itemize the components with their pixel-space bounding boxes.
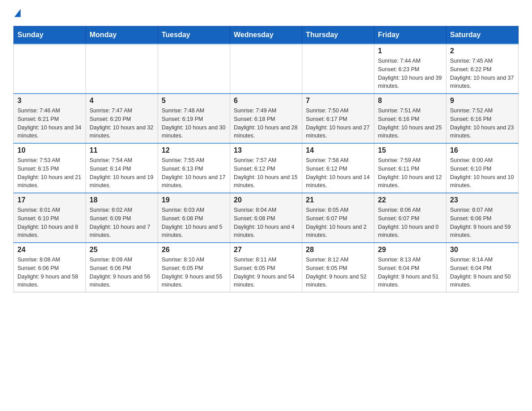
day-number: 4 (90, 97, 154, 105)
day-number: 3 (17, 97, 82, 105)
day-number: 5 (162, 97, 226, 105)
calendar-cell (14, 44, 86, 94)
calendar-cell: 3Sunrise: 7:46 AMSunset: 6:21 PMDaylight… (14, 94, 86, 143)
calendar-cell: 2Sunrise: 7:45 AMSunset: 6:22 PMDaylight… (446, 44, 519, 94)
day-info: Sunrise: 7:55 AMSunset: 6:13 PMDaylight:… (162, 156, 226, 190)
week-row-0: 1Sunrise: 7:44 AMSunset: 6:23 PMDaylight… (14, 44, 519, 94)
day-info: Sunrise: 8:04 AMSunset: 6:08 PMDaylight:… (234, 206, 298, 240)
day-number: 23 (450, 196, 515, 204)
calendar-cell: 12Sunrise: 7:55 AMSunset: 6:13 PMDayligh… (158, 143, 230, 193)
day-info: Sunrise: 7:52 AMSunset: 6:16 PMDaylight:… (450, 107, 515, 140)
day-info: Sunrise: 8:02 AMSunset: 6:09 PMDaylight:… (90, 206, 154, 240)
calendar-cell: 11Sunrise: 7:54 AMSunset: 6:14 PMDayligh… (86, 143, 158, 193)
calendar-cell: 18Sunrise: 8:02 AMSunset: 6:09 PMDayligh… (86, 193, 158, 243)
day-number: 16 (450, 146, 515, 154)
day-number: 12 (162, 146, 226, 154)
day-info: Sunrise: 8:13 AMSunset: 6:04 PMDaylight:… (378, 256, 442, 289)
header-thursday: Thursday (302, 26, 374, 44)
calendar-cell (302, 44, 374, 94)
day-number: 22 (378, 196, 442, 204)
day-info: Sunrise: 8:10 AMSunset: 6:05 PMDaylight:… (162, 256, 226, 289)
day-number: 2 (450, 47, 515, 55)
calendar-cell: 20Sunrise: 8:04 AMSunset: 6:08 PMDayligh… (230, 193, 302, 243)
day-number: 11 (90, 146, 154, 154)
header-monday: Monday (86, 26, 158, 44)
header-saturday: Saturday (446, 26, 519, 44)
calendar-cell: 4Sunrise: 7:47 AMSunset: 6:20 PMDaylight… (86, 94, 158, 143)
day-number: 1 (378, 47, 442, 55)
day-info: Sunrise: 8:08 AMSunset: 6:06 PMDaylight:… (17, 256, 82, 289)
logo-text (13, 9, 21, 17)
day-info: Sunrise: 8:03 AMSunset: 6:08 PMDaylight:… (162, 206, 226, 240)
page-header (13, 9, 519, 17)
day-info: Sunrise: 8:01 AMSunset: 6:10 PMDaylight:… (17, 206, 82, 240)
header-wednesday: Wednesday (230, 26, 302, 44)
day-number: 28 (306, 246, 370, 254)
day-info: Sunrise: 8:11 AMSunset: 6:05 PMDaylight:… (234, 256, 298, 289)
calendar-cell: 16Sunrise: 8:00 AMSunset: 6:10 PMDayligh… (446, 143, 519, 193)
logo-triangle-icon (14, 9, 21, 17)
day-info: Sunrise: 8:09 AMSunset: 6:06 PMDaylight:… (90, 256, 154, 289)
calendar-cell: 14Sunrise: 7:58 AMSunset: 6:12 PMDayligh… (302, 143, 374, 193)
day-number: 10 (17, 146, 82, 154)
day-number: 21 (306, 196, 370, 204)
calendar-cell (158, 44, 230, 94)
week-row-2: 10Sunrise: 7:53 AMSunset: 6:15 PMDayligh… (14, 143, 519, 193)
calendar-cell: 13Sunrise: 7:57 AMSunset: 6:12 PMDayligh… (230, 143, 302, 193)
week-row-4: 24Sunrise: 8:08 AMSunset: 6:06 PMDayligh… (14, 243, 519, 292)
day-info: Sunrise: 7:46 AMSunset: 6:21 PMDaylight:… (17, 107, 82, 140)
week-row-1: 3Sunrise: 7:46 AMSunset: 6:21 PMDaylight… (14, 94, 519, 143)
calendar-cell: 21Sunrise: 8:05 AMSunset: 6:07 PMDayligh… (302, 193, 374, 243)
calendar-cell: 30Sunrise: 8:14 AMSunset: 6:04 PMDayligh… (446, 243, 519, 292)
day-info: Sunrise: 7:58 AMSunset: 6:12 PMDaylight:… (306, 156, 370, 190)
day-info: Sunrise: 8:00 AMSunset: 6:10 PMDaylight:… (450, 156, 515, 190)
logo (13, 9, 21, 17)
calendar-cell: 7Sunrise: 7:50 AMSunset: 6:17 PMDaylight… (302, 94, 374, 143)
calendar-cell: 28Sunrise: 8:12 AMSunset: 6:05 PMDayligh… (302, 243, 374, 292)
header-sunday: Sunday (14, 26, 86, 44)
day-number: 8 (378, 97, 442, 105)
day-number: 29 (378, 246, 442, 254)
day-info: Sunrise: 7:57 AMSunset: 6:12 PMDaylight:… (234, 156, 298, 190)
day-info: Sunrise: 8:07 AMSunset: 6:06 PMDaylight:… (450, 206, 515, 240)
calendar-cell: 6Sunrise: 7:49 AMSunset: 6:18 PMDaylight… (230, 94, 302, 143)
day-number: 19 (162, 196, 226, 204)
day-number: 27 (234, 246, 298, 254)
day-info: Sunrise: 7:54 AMSunset: 6:14 PMDaylight:… (90, 156, 154, 190)
header-tuesday: Tuesday (158, 26, 230, 44)
day-number: 9 (450, 97, 515, 105)
calendar-cell: 9Sunrise: 7:52 AMSunset: 6:16 PMDaylight… (446, 94, 519, 143)
calendar-cell (86, 44, 158, 94)
day-info: Sunrise: 8:05 AMSunset: 6:07 PMDaylight:… (306, 206, 370, 240)
header-friday: Friday (374, 26, 446, 44)
day-info: Sunrise: 7:59 AMSunset: 6:11 PMDaylight:… (378, 156, 442, 190)
calendar-cell: 25Sunrise: 8:09 AMSunset: 6:06 PMDayligh… (86, 243, 158, 292)
day-info: Sunrise: 8:12 AMSunset: 6:05 PMDaylight:… (306, 256, 370, 289)
day-number: 13 (234, 146, 298, 154)
calendar-cell: 17Sunrise: 8:01 AMSunset: 6:10 PMDayligh… (14, 193, 86, 243)
day-number: 25 (90, 246, 154, 254)
calendar-cell (230, 44, 302, 94)
day-number: 26 (162, 246, 226, 254)
weekday-header-row: Sunday Monday Tuesday Wednesday Thursday… (14, 26, 519, 44)
day-info: Sunrise: 7:49 AMSunset: 6:18 PMDaylight:… (234, 107, 298, 140)
calendar-cell: 24Sunrise: 8:08 AMSunset: 6:06 PMDayligh… (14, 243, 86, 292)
day-number: 14 (306, 146, 370, 154)
calendar-cell: 15Sunrise: 7:59 AMSunset: 6:11 PMDayligh… (374, 143, 446, 193)
day-number: 7 (306, 97, 370, 105)
day-info: Sunrise: 7:47 AMSunset: 6:20 PMDaylight:… (90, 107, 154, 140)
day-info: Sunrise: 7:51 AMSunset: 6:16 PMDaylight:… (378, 107, 442, 140)
day-info: Sunrise: 7:45 AMSunset: 6:22 PMDaylight:… (450, 57, 515, 90)
calendar-cell: 22Sunrise: 8:06 AMSunset: 6:07 PMDayligh… (374, 193, 446, 243)
day-number: 6 (234, 97, 298, 105)
day-number: 20 (234, 196, 298, 204)
day-info: Sunrise: 7:48 AMSunset: 6:19 PMDaylight:… (162, 107, 226, 140)
day-number: 24 (17, 246, 82, 254)
calendar-cell: 8Sunrise: 7:51 AMSunset: 6:16 PMDaylight… (374, 94, 446, 143)
calendar-cell: 5Sunrise: 7:48 AMSunset: 6:19 PMDaylight… (158, 94, 230, 143)
day-number: 15 (378, 146, 442, 154)
day-number: 17 (17, 196, 82, 204)
calendar-table: Sunday Monday Tuesday Wednesday Thursday… (13, 26, 519, 292)
day-info: Sunrise: 7:44 AMSunset: 6:23 PMDaylight:… (378, 57, 442, 90)
calendar-cell: 26Sunrise: 8:10 AMSunset: 6:05 PMDayligh… (158, 243, 230, 292)
